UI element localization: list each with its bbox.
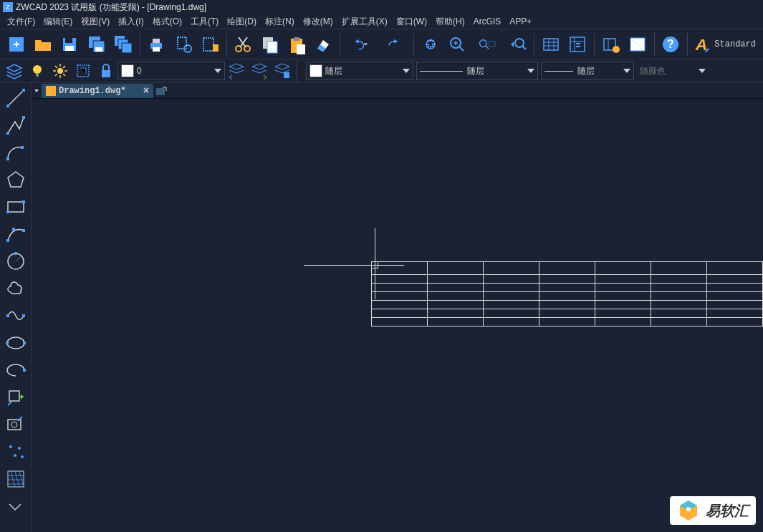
svg-rect-47: [22, 89, 25, 92]
arc-tool[interactable]: [1, 139, 30, 166]
save-as-button[interactable]: [84, 32, 109, 57]
menu-modify[interactable]: 修改(M): [299, 14, 337, 29]
layer-states-button[interactable]: [272, 60, 293, 82]
linetype-dropdown[interactable]: 随层: [416, 62, 538, 80]
separator: [594, 33, 595, 56]
circle-tool[interactable]: [1, 248, 30, 275]
separator: [534, 33, 534, 56]
zoom-realtime-button[interactable]: [444, 32, 469, 57]
title-bar: Z ZWCAD 2023 试用版 (功能受限) - [Drawing1.dwg]: [0, 0, 763, 14]
workspace: Drawing1.dwg* ×: [0, 83, 763, 532]
text-style-button[interactable]: A: [691, 32, 710, 57]
app-icon: Z: [3, 2, 13, 12]
menu-extend-tools[interactable]: 扩展工具(X): [337, 14, 392, 29]
help-button[interactable]: ?: [658, 32, 683, 57]
svg-rect-50: [6, 158, 9, 160]
bylayer-color-label: 随层: [325, 65, 342, 77]
tool-palette-button[interactable]: [625, 32, 650, 57]
save-button[interactable]: [57, 32, 82, 57]
text-style-label[interactable]: Standard: [710, 39, 760, 49]
plotstyle-dropdown[interactable]: 随颜色: [637, 62, 709, 80]
spline-tool[interactable]: [1, 302, 30, 329]
cut-button[interactable]: [231, 32, 256, 57]
svg-rect-9: [122, 43, 132, 53]
line-sample: [420, 71, 463, 72]
print-button[interactable]: [144, 32, 169, 57]
revision-cloud-tool[interactable]: [1, 275, 30, 302]
menu-draw[interactable]: 绘图(D): [223, 14, 261, 29]
pan-button[interactable]: [418, 32, 443, 57]
menu-file[interactable]: 文件(F): [3, 14, 39, 29]
close-tab-icon[interactable]: ×: [143, 85, 149, 97]
svg-rect-53: [6, 211, 9, 213]
separator: [340, 33, 340, 56]
svg-point-71: [14, 454, 16, 457]
lineweight-dropdown[interactable]: 随层: [541, 62, 634, 80]
layer-freeze-icon[interactable]: [49, 60, 71, 82]
menu-window[interactable]: 窗口(W): [392, 14, 431, 29]
zoom-previous-button[interactable]: [505, 32, 530, 57]
layer-color-swatch: [121, 64, 134, 77]
print-preview-button[interactable]: [171, 32, 196, 57]
menu-bar: 文件(F) 编辑(E) 视图(V) 插入(I) 格式(O) 工具(T) 绘图(D…: [0, 14, 763, 29]
tab-expand-icon[interactable]: [32, 83, 42, 99]
undo-button[interactable]: [344, 32, 376, 57]
save-all-button[interactable]: [110, 32, 135, 57]
more-tools[interactable]: [1, 493, 30, 520]
hatch-tool[interactable]: [1, 465, 30, 493]
plot-button[interactable]: [197, 32, 222, 57]
menu-format[interactable]: 格式(O): [148, 14, 186, 29]
layer-change-button[interactable]: [249, 60, 270, 82]
drawn-table-entity[interactable]: [371, 261, 763, 327]
design-center-button[interactable]: [598, 32, 623, 57]
layer-manager-button[interactable]: [4, 60, 25, 82]
menu-edit[interactable]: 编辑(E): [39, 14, 77, 29]
menu-app-plus[interactable]: APP+: [505, 15, 536, 28]
color-swatch: [309, 64, 322, 77]
ellipse-tool[interactable]: [1, 329, 30, 357]
layer-lock-icon[interactable]: [95, 60, 117, 82]
block-make-tool[interactable]: [1, 411, 30, 438]
menu-help[interactable]: 帮助(H): [431, 14, 469, 29]
zoom-window-button[interactable]: [471, 32, 504, 57]
redo-button[interactable]: [378, 32, 410, 57]
canvas-area: Drawing1.dwg* ×: [32, 83, 763, 532]
svg-rect-64: [23, 342, 26, 344]
properties-button[interactable]: [565, 32, 590, 57]
menu-insert[interactable]: 插入(I): [114, 14, 148, 29]
layer-prev-button[interactable]: [226, 60, 247, 82]
erase-button[interactable]: [311, 32, 336, 57]
rectangle-tool[interactable]: [1, 193, 30, 221]
svg-rect-3: [65, 46, 74, 51]
line-tool[interactable]: [1, 84, 30, 112]
polyline-tool[interactable]: [1, 112, 30, 139]
layer-bulb-icon[interactable]: [27, 60, 48, 82]
arc3p-tool[interactable]: [1, 221, 30, 248]
document-tab[interactable]: Drawing1.dwg* ×: [42, 84, 153, 98]
new-tab-button[interactable]: [153, 84, 169, 98]
main-toolbar: ? A Standard: [0, 29, 763, 59]
menu-dimension[interactable]: 标注(N): [261, 14, 299, 29]
drawing-canvas[interactable]: [32, 99, 763, 532]
line-sample: [544, 71, 573, 72]
point-tool[interactable]: [1, 438, 30, 465]
svg-point-40: [33, 65, 42, 74]
block-insert-tool[interactable]: [1, 384, 30, 411]
menu-arcgis[interactable]: ArcGIS: [469, 15, 506, 28]
svg-rect-61: [22, 314, 25, 317]
polygon-tool[interactable]: [1, 166, 30, 193]
menu-view[interactable]: 视图(V): [77, 14, 114, 29]
window-title: ZWCAD 2023 试用版 (功能受限) - [Drawing1.dwg]: [16, 1, 206, 14]
layer-plot-icon[interactable]: [72, 60, 94, 82]
svg-rect-52: [8, 202, 24, 212]
svg-rect-23: [297, 44, 305, 54]
menu-tools[interactable]: 工具(T): [186, 14, 223, 29]
bylayer-color-dropdown[interactable]: 随层: [306, 62, 413, 80]
new-file-button[interactable]: [4, 32, 29, 57]
ellipse-arc-tool[interactable]: [1, 357, 30, 384]
layer-dropdown[interactable]: 0: [117, 62, 225, 80]
table-button[interactable]: [538, 32, 563, 57]
copy-button[interactable]: [257, 32, 282, 57]
open-folder-button[interactable]: [30, 32, 55, 57]
paste-button[interactable]: [284, 32, 309, 57]
